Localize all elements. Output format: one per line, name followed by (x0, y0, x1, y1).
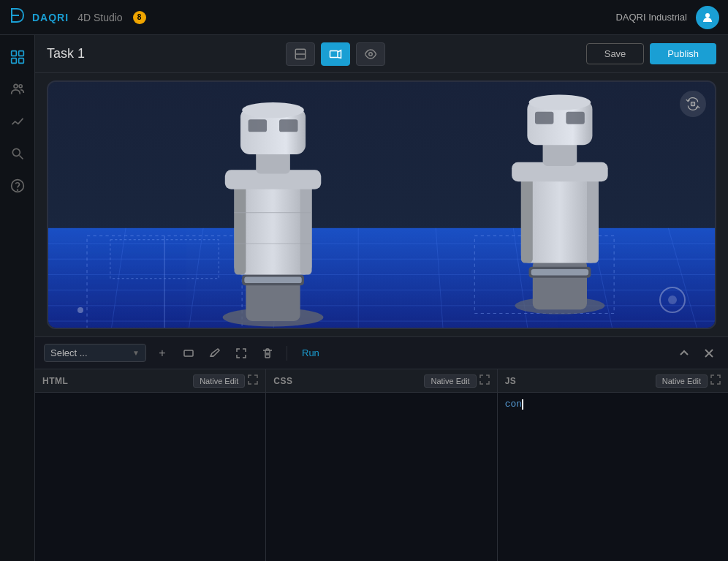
sidebar-item-layers[interactable] (4, 44, 31, 70)
content-area: Task 1 (35, 35, 728, 561)
select-label: Select ... (50, 347, 88, 358)
task-title: Task 1 (47, 46, 85, 61)
sidebar-item-users[interactable] (4, 76, 31, 102)
css-lang-label: CSS (273, 376, 292, 386)
svg-point-6 (14, 84, 18, 88)
html-expand-icon[interactable] (248, 374, 258, 387)
svg-point-62 (528, 94, 591, 110)
select-dropdown[interactable]: Select ... ▼ (44, 344, 146, 362)
js-expand-icon[interactable] (710, 374, 721, 387)
js-editor-body[interactable]: con (498, 393, 728, 561)
js-native-edit-button[interactable]: Native Edit (656, 374, 708, 388)
sidebar-item-analytics[interactable] (4, 108, 31, 135)
sidebar (0, 35, 35, 561)
js-lang-label: JS (505, 376, 517, 386)
sidebar-item-help[interactable] (4, 173, 31, 199)
toolbar-separator (287, 346, 287, 361)
main-layout: Task 1 (0, 35, 728, 561)
svg-point-8 (12, 148, 20, 156)
svg-rect-50 (249, 119, 267, 132)
svg-rect-63 (535, 112, 553, 124)
logo-text: DAQRI (32, 12, 69, 23)
css-expand-icon[interactable] (479, 374, 490, 387)
editors-panel: HTML Native Edit (35, 369, 728, 561)
svg-line-9 (19, 156, 23, 159)
svg-point-11 (17, 189, 18, 190)
css-native-edit-button[interactable]: Native Edit (424, 374, 476, 388)
svg-point-15 (369, 52, 373, 56)
warning-badge: 8 (133, 11, 146, 24)
daqri-logo-icon (9, 7, 25, 27)
html-native-edit-button[interactable]: Native Edit (193, 374, 245, 388)
rectangle-tool-button[interactable] (178, 343, 199, 364)
js-editor-header: JS Native Edit (498, 369, 728, 393)
svg-rect-16 (691, 102, 695, 106)
right-indicator (659, 287, 686, 313)
svg-rect-55 (531, 269, 588, 275)
sidebar-item-search[interactable] (4, 140, 31, 167)
studio-text: 4D Studio (77, 12, 122, 23)
svg-rect-51 (279, 119, 297, 132)
pencil-tool-button[interactable] (205, 343, 225, 364)
svg-rect-2 (11, 51, 16, 56)
svg-rect-40 (244, 277, 301, 283)
taskbar: Task 1 (35, 35, 728, 73)
rotate-button[interactable] (680, 91, 706, 117)
svg-rect-64 (566, 112, 584, 124)
run-button[interactable]: Run (302, 347, 319, 358)
topbar-left: DAQRI 4D Studio 8 (9, 7, 146, 27)
svg-rect-5 (18, 59, 23, 64)
transform-tool-button[interactable] (231, 343, 251, 364)
js-editor-actions: Native Edit (656, 374, 721, 388)
svg-rect-4 (11, 59, 16, 64)
view-controls (286, 42, 385, 66)
viewport-wrapper (35, 73, 728, 336)
viewport-frame (47, 80, 716, 329)
html-editor-actions: Native Edit (193, 374, 258, 388)
svg-rect-65 (184, 350, 193, 356)
collapse-up-button[interactable] (674, 343, 694, 364)
topbar: DAQRI 4D Studio 8 DAQRI Industrial (0, 0, 728, 35)
left-indicator (77, 307, 83, 313)
save-button[interactable]: Save (586, 43, 645, 64)
view-btn-2d[interactable] (286, 42, 315, 66)
css-editor-actions: Native Edit (424, 374, 489, 388)
publish-button[interactable]: Publish (650, 43, 716, 64)
editor-toolbar: Select ... ▼ + (35, 336, 728, 369)
js-code-text: con (505, 399, 522, 410)
svg-point-49 (242, 102, 304, 118)
html-editor-pane: HTML Native Edit (35, 369, 266, 561)
topbar-right: DAQRI Industrial (615, 6, 719, 29)
delete-tool-button[interactable] (257, 343, 278, 364)
html-editor-header: HTML Native Edit (35, 369, 265, 393)
close-editor-button[interactable] (699, 343, 719, 364)
svg-rect-14 (330, 50, 338, 57)
avatar[interactable] (696, 6, 719, 29)
add-element-button[interactable]: + (152, 343, 172, 364)
taskbar-actions: Save Publish (586, 43, 716, 64)
toolbar-right (674, 343, 719, 364)
view-btn-preview[interactable] (356, 42, 385, 66)
css-editor-header: CSS Native Edit (266, 369, 496, 393)
svg-rect-53 (533, 259, 587, 309)
svg-rect-3 (18, 51, 23, 56)
company-name: DAQRI Industrial (615, 12, 687, 23)
html-editor-body[interactable] (35, 393, 265, 561)
dropdown-arrow-icon: ▼ (132, 349, 140, 357)
css-editor-body[interactable] (266, 393, 496, 561)
cursor (522, 399, 523, 410)
css-editor-pane: CSS Native Edit (266, 369, 497, 561)
view-btn-3d[interactable] (321, 42, 350, 66)
3d-viewport (48, 82, 715, 328)
svg-rect-18 (48, 228, 715, 328)
svg-point-7 (19, 85, 22, 88)
svg-point-1 (705, 13, 710, 18)
html-lang-label: HTML (42, 376, 68, 386)
js-editor-pane: JS Native Edit (498, 369, 728, 561)
